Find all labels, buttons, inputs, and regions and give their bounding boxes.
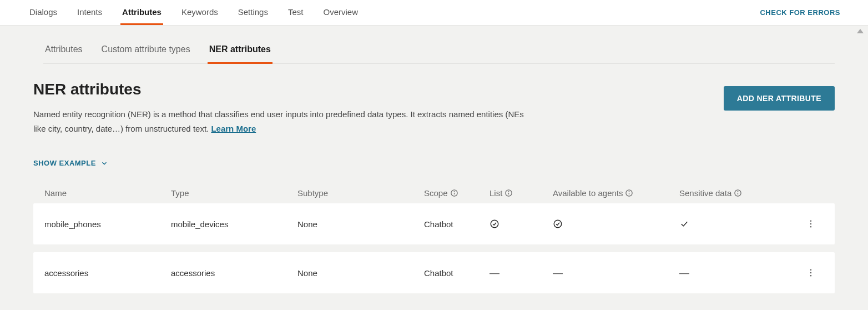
cell-list — [489, 217, 553, 231]
cell-subtype: None — [297, 217, 424, 231]
svg-point-12 — [491, 220, 498, 228]
th-actions — [790, 188, 824, 198]
th-agents: Available to agents — [553, 188, 679, 198]
cell-name: mobile_phones — [44, 217, 171, 231]
subtab-custom-types[interactable]: Custom attribute types — [100, 40, 192, 64]
info-icon[interactable] — [625, 189, 633, 197]
svg-point-17 — [810, 269, 811, 271]
cell-type: mobile_devices — [171, 217, 297, 231]
cell-type: accessories — [171, 266, 297, 280]
th-agents-label: Available to agents — [553, 188, 623, 198]
page-header: NER attributes Named entity recognition … — [33, 81, 835, 136]
attributes-table: Name Type Subtype Scope List Available t… — [33, 182, 835, 293]
check-circle-icon — [489, 219, 499, 229]
tab-overview[interactable]: Overview — [321, 0, 360, 25]
svg-point-14 — [810, 221, 811, 222]
tab-intents[interactable]: Intents — [75, 0, 104, 25]
th-subtype: Subtype — [297, 188, 424, 198]
cell-scope: Chatbot — [424, 217, 489, 231]
cell-scope: Chatbot — [424, 266, 489, 280]
info-icon[interactable] — [734, 189, 742, 197]
top-nav: Dialogs Intents Attributes Keywords Sett… — [0, 0, 868, 26]
subtab-ner-attributes[interactable]: NER attributes — [208, 40, 272, 64]
page-description-text: Named entity recognition (NER) is a meth… — [33, 109, 524, 133]
sub-tabs: Attributes Custom attribute types NER at… — [43, 40, 835, 64]
cell-sensitive — [679, 217, 790, 231]
dash-icon: — — [553, 267, 563, 279]
th-sensitive-label: Sensitive data — [679, 188, 731, 198]
cell-name: accessories — [44, 266, 171, 280]
page-description: Named entity recognition (NER) is a meth… — [33, 107, 533, 136]
page-header-left: NER attributes Named entity recognition … — [33, 81, 533, 136]
subtab-attributes[interactable]: Attributes — [43, 40, 84, 64]
th-name: Name — [44, 188, 171, 198]
th-scope-label: Scope — [424, 188, 448, 198]
tab-attributes[interactable]: Attributes — [120, 0, 163, 25]
check-circle-icon — [553, 219, 563, 229]
show-example-button[interactable]: SHOW EXAMPLE — [33, 159, 108, 167]
collapse-caret-icon[interactable] — [857, 29, 864, 33]
tab-dialogs[interactable]: Dialogs — [28, 0, 59, 25]
cell-sensitive: — — [679, 266, 790, 280]
dash-icon: — — [679, 267, 689, 279]
svg-point-11 — [738, 192, 738, 192]
svg-point-15 — [810, 223, 811, 224]
svg-point-2 — [454, 192, 455, 192]
th-type: Type — [171, 188, 297, 198]
more-vertical-icon — [806, 268, 816, 278]
learn-more-link[interactable]: Learn More — [211, 124, 256, 133]
table-header-row: Name Type Subtype Scope List Available t… — [33, 182, 835, 203]
cell-actions — [790, 217, 824, 231]
svg-point-5 — [509, 192, 509, 192]
th-list: List — [489, 188, 553, 198]
th-scope: Scope — [424, 188, 489, 198]
check-icon — [679, 219, 689, 229]
tab-keywords[interactable]: Keywords — [180, 0, 220, 25]
add-ner-attribute-button[interactable]: ADD NER ATTRIBUTE — [724, 86, 835, 111]
more-vertical-icon — [806, 219, 816, 229]
info-icon[interactable] — [450, 189, 458, 197]
chevron-down-icon — [100, 159, 108, 167]
table-row[interactable]: accessories accessories None Chatbot — —… — [33, 252, 835, 293]
content: Attributes Custom attribute types NER at… — [0, 26, 868, 310]
svg-point-16 — [810, 226, 811, 227]
cell-subtype: None — [297, 266, 424, 280]
tab-test[interactable]: Test — [286, 0, 305, 25]
show-example-label: SHOW EXAMPLE — [33, 159, 96, 167]
row-actions-button[interactable] — [804, 217, 818, 231]
svg-point-13 — [554, 220, 562, 228]
cell-actions — [790, 266, 824, 280]
cell-agents — [553, 217, 679, 231]
table-row[interactable]: mobile_phones mobile_devices None Chatbo… — [33, 203, 835, 244]
dash-icon: — — [489, 267, 499, 279]
check-errors-button[interactable]: CHECK FOR ERRORS — [760, 8, 840, 17]
svg-point-19 — [810, 275, 811, 276]
svg-point-18 — [810, 272, 811, 273]
svg-point-8 — [629, 192, 630, 192]
tab-settings[interactable]: Settings — [236, 0, 270, 25]
th-list-label: List — [489, 188, 502, 198]
cell-list: — — [489, 266, 553, 280]
row-actions-button[interactable] — [804, 266, 818, 280]
info-icon[interactable] — [504, 189, 513, 197]
cell-agents: — — [553, 266, 679, 280]
th-sensitive: Sensitive data — [679, 188, 790, 198]
top-nav-tabs: Dialogs Intents Attributes Keywords Sett… — [28, 0, 360, 25]
page-title: NER attributes — [33, 81, 533, 98]
